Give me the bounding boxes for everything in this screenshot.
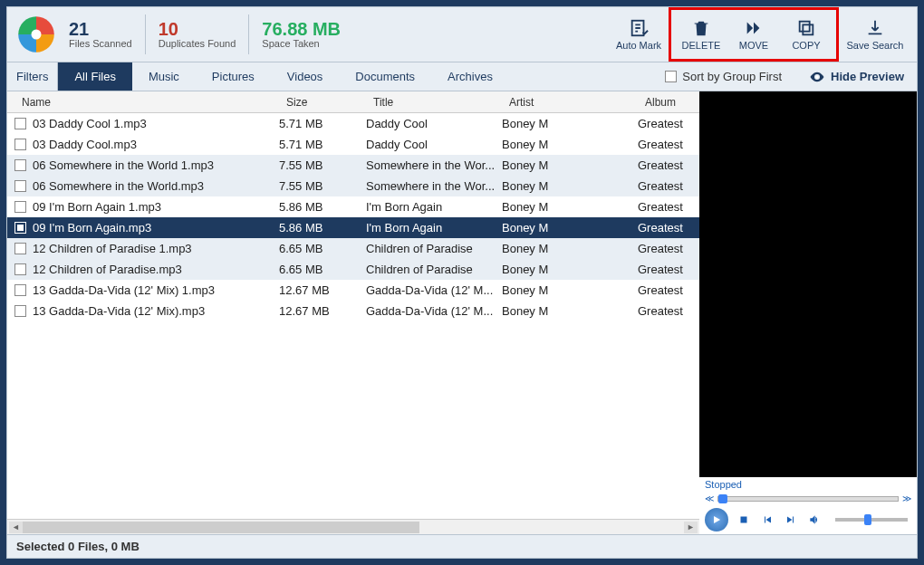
stop-button[interactable] <box>736 512 752 528</box>
stat-space-num: 76.88 MB <box>262 20 341 38</box>
row-album: Greatest <box>638 221 699 235</box>
table-row[interactable]: 06 Somewhere in the World.mp37.55 MBSome… <box>7 176 699 196</box>
row-name: 12 Children of Paradise.mp3 <box>33 263 279 276</box>
col-name[interactable]: Name <box>7 96 279 109</box>
row-checkbox[interactable] <box>7 305 33 317</box>
row-size: 7.55 MB <box>279 179 366 193</box>
statusbar: Selected 0 Files, 0 MB <box>6 535 918 559</box>
col-title[interactable]: Title <box>366 96 502 109</box>
row-title: Daddy Cool <box>366 138 502 151</box>
stat-space-label: Space Taken <box>262 38 341 49</box>
play-icon <box>710 513 723 526</box>
move-icon <box>744 18 764 38</box>
player-status: Stopped <box>699 477 917 492</box>
filterbar: Filters All Files Music Pictures Videos … <box>6 62 918 91</box>
row-name: 13 Gadda-Da-Vida (12' Mix) 1.mp3 <box>33 283 279 297</box>
stat-files-scanned: 21 Files Scanned <box>65 14 145 54</box>
hide-preview-button[interactable]: Hide Preview <box>796 69 917 85</box>
table-row[interactable]: 13 Gadda-Da-Vida (12' Mix) 1.mp312.67 MB… <box>7 280 699 301</box>
row-size: 5.71 MB <box>279 138 366 151</box>
auto-mark-icon <box>629 18 649 38</box>
progress-bar[interactable]: ≪ ≫ <box>699 492 917 505</box>
row-size: 5.71 MB <box>279 117 366 130</box>
row-size: 6.65 MB <box>279 263 366 276</box>
row-checkbox[interactable] <box>7 139 33 150</box>
row-checkbox[interactable] <box>7 284 33 296</box>
horizontal-scrollbar[interactable]: ◄ ► <box>7 519 699 534</box>
svg-rect-3 <box>800 22 810 32</box>
row-artist: Boney M <box>502 158 638 172</box>
volume-button[interactable] <box>806 512 823 528</box>
trash-icon <box>691 18 711 38</box>
hide-preview-label: Hide Preview <box>831 70 904 83</box>
auto-mark-label: Auto Mark <box>616 40 661 51</box>
tab-archives[interactable]: Archives <box>431 62 509 91</box>
table-row[interactable]: 13 Gadda-Da-Vida (12' Mix).mp312.67 MBGa… <box>7 301 699 321</box>
row-checkbox[interactable] <box>7 243 33 254</box>
save-search-button[interactable]: Save Search <box>842 12 908 57</box>
row-title: I'm Born Again <box>366 221 502 235</box>
tab-videos[interactable]: Videos <box>271 62 340 91</box>
row-artist: Boney M <box>502 263 638 276</box>
list-header: Name Size Title Artist Album <box>7 91 699 113</box>
row-album: Greatest <box>638 158 699 172</box>
status-text: Selected 0 Files, 0 MB <box>16 540 140 553</box>
row-checkbox[interactable] <box>7 222 33 234</box>
tab-pictures[interactable]: Pictures <box>196 62 271 91</box>
table-row[interactable]: 03 Daddy Cool.mp35.71 MBDaddy CoolBoney … <box>7 134 699 155</box>
progress-next-icon[interactable]: ≫ <box>902 493 911 503</box>
row-checkbox[interactable] <box>7 159 33 171</box>
table-row[interactable]: 12 Children of Paradise.mp36.65 MBChildr… <box>7 259 699 280</box>
row-album: Greatest <box>638 283 699 297</box>
row-artist: Boney M <box>502 283 638 297</box>
row-album: Greatest <box>638 242 699 255</box>
row-album: Greatest <box>638 138 699 151</box>
row-checkbox[interactable] <box>7 201 33 213</box>
stat-space: 76.88 MB Space Taken <box>248 14 353 54</box>
row-album: Greatest <box>638 200 699 214</box>
col-artist[interactable]: Artist <box>502 96 638 109</box>
row-artist: Boney M <box>502 200 638 214</box>
scroll-right-icon[interactable]: ► <box>684 522 698 533</box>
scroll-thumb[interactable] <box>23 522 419 533</box>
col-size[interactable]: Size <box>279 96 366 109</box>
tab-music[interactable]: Music <box>132 62 196 91</box>
progress-thumb[interactable] <box>718 494 727 503</box>
table-row[interactable]: 06 Somewhere in the World 1.mp37.55 MBSo… <box>7 155 699 176</box>
list-body: 03 Daddy Cool 1.mp35.71 MBDaddy CoolBone… <box>7 113 699 519</box>
volume-slider[interactable] <box>835 518 908 522</box>
tab-documents[interactable]: Documents <box>339 62 431 91</box>
row-artist: Boney M <box>502 242 638 255</box>
next-track-button[interactable] <box>783 512 799 528</box>
row-checkbox[interactable] <box>7 118 33 129</box>
table-row[interactable]: 09 I'm Born Again 1.mp35.86 MBI'm Born A… <box>7 196 699 217</box>
eye-icon <box>809 69 825 85</box>
row-checkbox[interactable] <box>7 180 33 192</box>
volume-thumb[interactable] <box>864 514 871 525</box>
play-button[interactable] <box>705 508 728 531</box>
tab-all-files[interactable]: All Files <box>58 62 132 91</box>
col-album[interactable]: Album <box>638 96 699 109</box>
row-title: Daddy Cool <box>366 117 502 130</box>
row-artist: Boney M <box>502 304 638 318</box>
prev-track-button[interactable] <box>759 512 775 528</box>
table-row[interactable]: 03 Daddy Cool 1.mp35.71 MBDaddy CoolBone… <box>7 113 699 134</box>
progress-prev-icon[interactable]: ≪ <box>705 493 714 503</box>
player-controls <box>699 505 917 534</box>
delete-button[interactable]: DELETE <box>675 12 727 57</box>
move-button[interactable]: MOVE <box>727 12 780 57</box>
auto-mark-button[interactable]: Auto Mark <box>612 12 665 57</box>
table-row[interactable]: 09 I'm Born Again.mp35.86 MBI'm Born Aga… <box>7 217 699 238</box>
row-checkbox[interactable] <box>7 263 33 275</box>
row-title: Somewhere in the Wor... <box>366 158 502 172</box>
row-name: 06 Somewhere in the World.mp3 <box>33 179 279 193</box>
row-name: 09 I'm Born Again.mp3 <box>33 221 279 235</box>
row-name: 06 Somewhere in the World 1.mp3 <box>33 158 279 172</box>
table-row[interactable]: 12 Children of Paradise 1.mp36.65 MBChil… <box>7 238 699 259</box>
scroll-left-icon[interactable]: ◄ <box>9 522 23 533</box>
copy-button[interactable]: COPY <box>780 12 833 57</box>
sort-by-group-check[interactable]: Sort by Group First <box>650 70 796 83</box>
filters-label: Filters <box>7 62 58 91</box>
move-label: MOVE <box>739 40 768 51</box>
row-title: Children of Paradise <box>366 263 502 276</box>
